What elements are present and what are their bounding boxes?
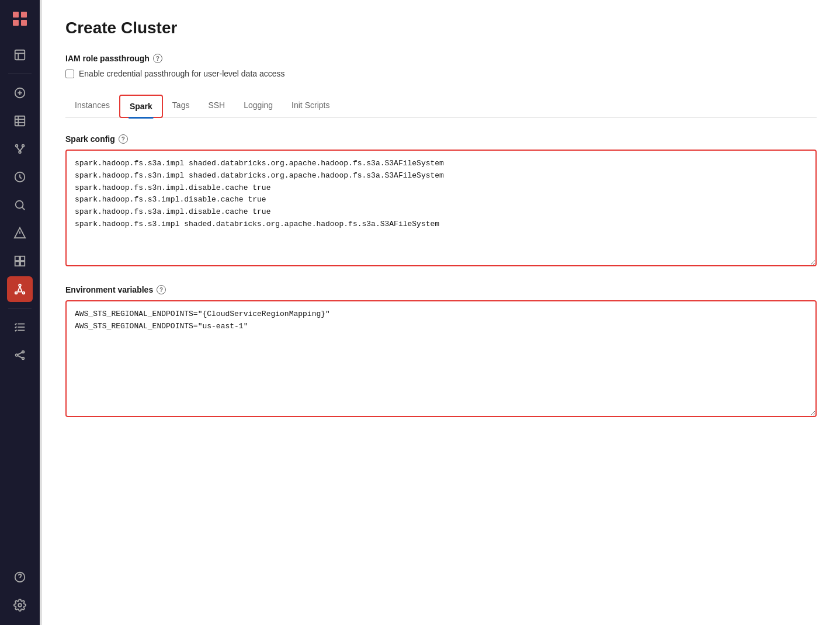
settings-icon[interactable]	[7, 592, 33, 618]
spark-config-textarea[interactable]	[65, 150, 817, 266]
svg-point-15	[22, 145, 25, 147]
spark-config-section: Spark config ?	[65, 134, 817, 269]
database-icon[interactable]	[7, 42, 33, 68]
svg-point-39	[22, 351, 25, 353]
svg-point-31	[23, 292, 25, 294]
tasks-icon[interactable]	[7, 314, 33, 340]
add-icon[interactable]	[7, 80, 33, 106]
iam-checkbox[interactable]	[65, 70, 74, 78]
svg-rect-28	[20, 262, 25, 266]
iam-checkbox-row: Enable credential passthrough for user-l…	[65, 69, 817, 78]
search-icon[interactable]	[7, 192, 33, 218]
table-icon[interactable]	[7, 108, 33, 134]
svg-point-30	[15, 292, 18, 294]
svg-rect-26	[20, 256, 25, 261]
svg-line-21	[22, 207, 25, 210]
svg-rect-4	[15, 50, 25, 60]
cluster-icon[interactable]	[7, 276, 33, 302]
page-title: Create Cluster	[65, 19, 817, 37]
sidebar	[0, 0, 40, 625]
svg-rect-2	[13, 20, 19, 26]
sidebar-divider-1	[8, 74, 32, 74]
env-variables-help-icon[interactable]: ?	[157, 285, 166, 294]
svg-line-18	[20, 147, 23, 151]
logo-icon[interactable]	[8, 7, 32, 30]
svg-line-17	[17, 147, 20, 151]
svg-rect-3	[21, 20, 27, 26]
svg-line-32	[18, 286, 20, 291]
help-circle-icon[interactable]	[7, 564, 33, 590]
sidebar-divider-2	[8, 308, 32, 308]
iam-section: IAM role passthrough ? Enable credential…	[65, 54, 817, 78]
svg-point-20	[16, 201, 23, 209]
svg-point-29	[19, 284, 21, 287]
iam-help-icon[interactable]: ?	[153, 54, 162, 63]
content-area: Create Cluster IAM role passthrough ? En…	[42, 0, 840, 625]
ml-icon[interactable]	[7, 342, 33, 368]
svg-line-41	[18, 352, 22, 355]
iam-label: IAM role passthrough ?	[65, 54, 817, 63]
svg-line-33	[20, 286, 22, 291]
repo-icon[interactable]	[7, 136, 33, 162]
svg-point-16	[19, 151, 21, 154]
tab-ssh[interactable]: SSH	[199, 95, 234, 117]
svg-point-38	[16, 354, 18, 356]
svg-rect-25	[15, 256, 19, 261]
svg-rect-27	[15, 262, 19, 266]
spark-config-label: Spark config ?	[65, 134, 817, 144]
svg-point-45	[18, 603, 22, 607]
tab-init-scripts[interactable]: Init Scripts	[282, 95, 339, 117]
tab-tags[interactable]: Tags	[163, 95, 199, 117]
alert-icon[interactable]	[7, 220, 33, 246]
svg-point-40	[22, 357, 25, 360]
tab-logging[interactable]: Logging	[234, 95, 282, 117]
main-content: Create Cluster IAM role passthrough ? En…	[42, 0, 840, 625]
svg-rect-10	[15, 116, 25, 126]
env-variables-textarea[interactable]	[65, 300, 817, 417]
iam-checkbox-label: Enable credential passthrough for user-l…	[79, 69, 285, 78]
env-variables-label: Environment variables ?	[65, 285, 817, 294]
svg-line-42	[18, 356, 22, 358]
svg-rect-1	[21, 12, 27, 18]
clock-icon[interactable]	[7, 164, 33, 190]
tab-instances[interactable]: Instances	[65, 95, 119, 117]
svg-rect-0	[13, 12, 19, 18]
tab-spark[interactable]: Spark	[119, 95, 163, 118]
svg-point-14	[16, 145, 18, 147]
env-variables-section: Environment variables ?	[65, 285, 817, 419]
tab-bar: Instances Spark Tags SSH Logging Init Sc…	[65, 95, 817, 118]
layout-icon[interactable]	[7, 248, 33, 274]
spark-config-help-icon[interactable]: ?	[119, 134, 128, 144]
